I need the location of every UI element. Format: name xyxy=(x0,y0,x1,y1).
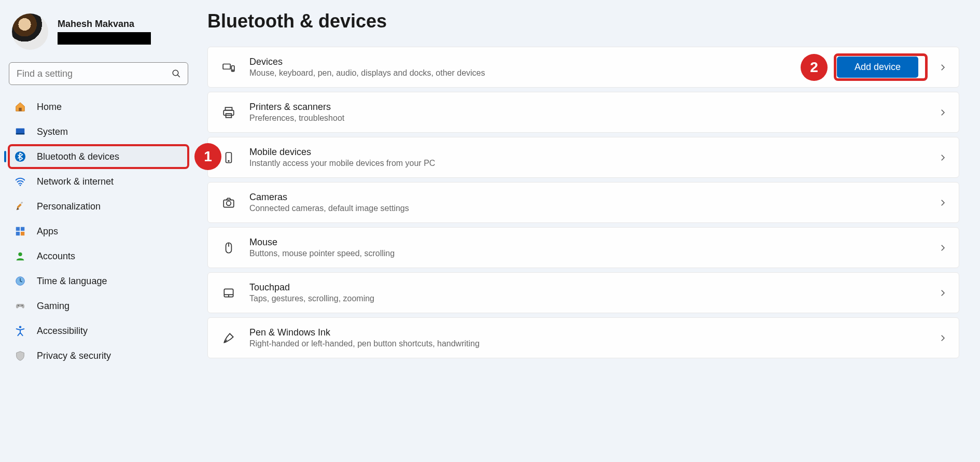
card-title: Mobile devices xyxy=(249,147,925,158)
pen-icon xyxy=(221,331,236,345)
page-title: Bluetooth & devices xyxy=(207,10,959,32)
svg-point-0 xyxy=(173,70,178,76)
chevron-right-icon xyxy=(938,153,947,162)
sidebar-item-label: Network & internet xyxy=(37,176,114,187)
chevron-right-icon xyxy=(938,333,947,343)
sidebar-item-label: Time & language xyxy=(37,276,107,287)
settings-cards: Devices Mouse, keyboard, pen, audio, dis… xyxy=(207,47,959,358)
svg-point-25 xyxy=(228,160,229,161)
card-subtitle: Connected cameras, default image setting… xyxy=(249,204,925,213)
sidebar-item-personalization[interactable]: Personalization xyxy=(8,194,189,219)
svg-rect-7 xyxy=(17,204,22,208)
sidebar-item-label: Apps xyxy=(37,226,58,237)
accessibility-icon xyxy=(14,325,26,337)
svg-rect-22 xyxy=(223,110,234,115)
sidebar-item-network[interactable]: Network & internet xyxy=(8,169,189,194)
card-subtitle: Taps, gestures, scrolling, zooming xyxy=(249,294,925,303)
camera-icon xyxy=(221,195,236,210)
sidebar-item-label: Bluetooth & devices xyxy=(37,151,119,162)
chevron-right-icon xyxy=(938,108,947,117)
sidebar-item-label: Personalization xyxy=(37,201,101,212)
card-subtitle: Mouse, keyboard, pen, audio, displays an… xyxy=(249,68,823,78)
card-printers-scanners[interactable]: Printers & scanners Preferences, trouble… xyxy=(207,92,959,133)
sidebar-item-time-language[interactable]: Time & language xyxy=(8,269,189,293)
search-container xyxy=(9,62,188,85)
svg-rect-9 xyxy=(16,227,20,231)
svg-point-6 xyxy=(20,185,21,186)
svg-point-27 xyxy=(227,201,231,205)
touchpad-icon xyxy=(221,286,236,300)
mobile-icon xyxy=(221,150,236,165)
sidebar-item-label: Gaming xyxy=(37,301,69,312)
sidebar-item-system[interactable]: System xyxy=(8,119,189,144)
sidebar-item-bluetooth-devices[interactable]: Bluetooth & devices 1 xyxy=(8,144,189,169)
svg-point-17 xyxy=(19,326,22,328)
sidebar-item-label: Accounts xyxy=(37,251,75,262)
card-mobile-devices[interactable]: Mobile devices Instantly access your mob… xyxy=(207,137,959,178)
svg-rect-8 xyxy=(21,202,23,204)
sidebar-item-gaming[interactable]: Gaming xyxy=(8,293,189,318)
svg-rect-12 xyxy=(21,232,24,235)
card-title: Touchpad xyxy=(249,282,925,293)
sidebar-nav: Home System Bluetooth & devices 1 xyxy=(8,94,189,368)
profile-name: Mahesh Makvana xyxy=(58,19,151,30)
card-title: Pen & Windows Ink xyxy=(249,327,925,338)
add-device-button[interactable]: Add device xyxy=(837,57,918,78)
apps-icon xyxy=(14,225,26,237)
chevron-right-icon xyxy=(938,288,947,298)
card-subtitle: Instantly access your mobile devices fro… xyxy=(249,159,925,168)
sidebar-item-label: Accessibility xyxy=(37,326,88,337)
bluetooth-icon xyxy=(14,150,26,163)
printer-icon xyxy=(221,105,236,120)
search-input[interactable] xyxy=(9,62,188,85)
network-icon xyxy=(14,175,26,188)
sidebar: Mahesh Makvana Home System xyxy=(0,0,197,462)
card-title: Mouse xyxy=(249,237,925,248)
sidebar-item-label: System xyxy=(37,127,68,137)
svg-point-16 xyxy=(22,305,23,306)
svg-line-1 xyxy=(177,75,180,77)
svg-point-15 xyxy=(18,305,19,306)
devices-icon xyxy=(221,60,236,75)
card-title: Devices xyxy=(249,57,823,67)
annotation-number-1: 1 xyxy=(194,143,221,170)
chevron-right-icon xyxy=(938,243,947,253)
card-title: Printers & scanners xyxy=(249,102,925,113)
card-mouse[interactable]: Mouse Buttons, mouse pointer speed, scro… xyxy=(207,227,959,268)
personalization-icon xyxy=(14,200,26,213)
sidebar-item-privacy-security[interactable]: Privacy & security xyxy=(8,343,189,368)
svg-point-13 xyxy=(18,253,22,256)
user-profile[interactable]: Mahesh Makvana xyxy=(8,10,189,59)
avatar xyxy=(12,13,48,50)
svg-rect-10 xyxy=(21,227,24,231)
card-subtitle: Buttons, mouse pointer speed, scrolling xyxy=(249,249,925,258)
chevron-right-icon xyxy=(938,63,947,72)
time-language-icon xyxy=(14,275,26,287)
sidebar-item-home[interactable]: Home xyxy=(8,94,189,119)
sidebar-item-label: Privacy & security xyxy=(37,351,111,361)
card-devices[interactable]: Devices Mouse, keyboard, pen, audio, dis… xyxy=(207,47,959,88)
svg-rect-18 xyxy=(223,64,230,69)
card-cameras[interactable]: Cameras Connected cameras, default image… xyxy=(207,182,959,223)
card-title: Cameras xyxy=(249,192,925,203)
privacy-icon xyxy=(14,349,26,362)
sidebar-item-accounts[interactable]: Accounts xyxy=(8,244,189,269)
sidebar-item-label: Home xyxy=(37,102,62,113)
card-touchpad[interactable]: Touchpad Taps, gestures, scrolling, zoom… xyxy=(207,272,959,313)
card-pen-windows-ink[interactable]: Pen & Windows Ink Right-handed or left-h… xyxy=(207,317,959,358)
svg-rect-11 xyxy=(16,232,20,235)
gaming-icon xyxy=(14,300,26,312)
svg-rect-4 xyxy=(16,133,25,135)
card-subtitle: Right-handed or left-handed, pen button … xyxy=(249,339,925,348)
sidebar-item-apps[interactable]: Apps xyxy=(8,219,189,244)
sidebar-item-accessibility[interactable]: Accessibility xyxy=(8,318,189,343)
main-content: Bluetooth & devices Devices Mouse, keybo… xyxy=(197,0,980,462)
card-subtitle: Preferences, troubleshoot xyxy=(249,114,925,123)
profile-email-redacted xyxy=(58,32,151,45)
chevron-right-icon xyxy=(938,198,947,207)
annotation-number-2: 2 xyxy=(801,54,828,81)
svg-rect-2 xyxy=(19,108,22,111)
search-icon xyxy=(172,69,181,78)
system-icon xyxy=(14,125,26,138)
svg-point-20 xyxy=(232,69,233,71)
